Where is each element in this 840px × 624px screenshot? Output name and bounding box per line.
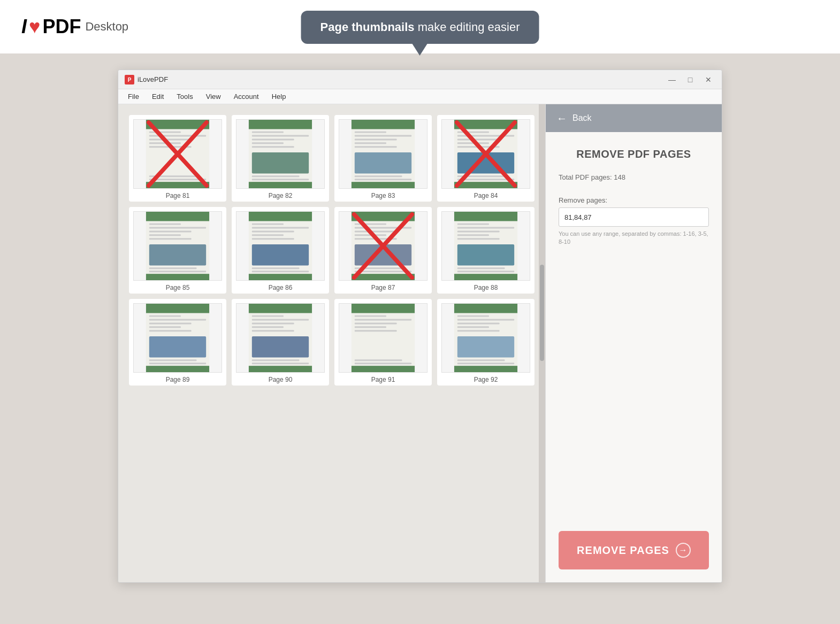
page-card[interactable]: Page 92: [437, 299, 534, 386]
svg-rect-65: [149, 244, 206, 265]
scrollbar-thumb[interactable]: [540, 265, 544, 361]
svg-rect-32: [352, 120, 415, 129]
svg-rect-48: [457, 138, 500, 140]
svg-rect-28: [252, 175, 300, 177]
menu-help[interactable]: Help: [266, 91, 292, 102]
svg-rect-85: [355, 227, 411, 229]
page-card[interactable]: Page 82: [232, 115, 329, 202]
menu-tools[interactable]: Tools: [171, 91, 198, 102]
svg-rect-124: [252, 322, 294, 324]
page-card[interactable]: Page 83: [334, 115, 432, 202]
svg-rect-96: [454, 212, 517, 221]
svg-rect-82: [352, 212, 415, 221]
svg-rect-122: [252, 315, 284, 317]
page-card[interactable]: Page 90: [232, 299, 329, 386]
page-card[interactable]: Page 81: [129, 115, 226, 202]
menu-account[interactable]: Account: [228, 91, 264, 102]
scrollbar[interactable]: [539, 104, 545, 582]
logo-desktop: Desktop: [85, 20, 128, 34]
tooltip-arrow: [413, 44, 427, 56]
svg-rect-123: [252, 319, 309, 321]
svg-rect-101: [457, 234, 489, 236]
page-card[interactable]: Page 84: [437, 115, 534, 202]
logo-i: I: [21, 16, 27, 38]
svg-rect-89: [355, 244, 411, 265]
svg-rect-11: [149, 138, 192, 140]
page-card[interactable]: Page 85: [129, 207, 226, 294]
remove-pages-input[interactable]: [559, 207, 709, 227]
pages-grid: Page 81Page 82Page 83 Page 84Page 85Page…: [129, 115, 540, 386]
window-body: Page 81Page 82Page 83 Page 84Page 85Page…: [118, 104, 722, 582]
svg-rect-113: [149, 326, 181, 328]
page-label: Page 87: [371, 284, 395, 291]
svg-rect-131: [249, 366, 312, 372]
svg-rect-119: [146, 366, 209, 372]
svg-rect-9: [149, 132, 181, 133]
page-card[interactable]: Page 91: [334, 299, 432, 386]
svg-rect-129: [252, 363, 309, 364]
logo-heart: ♥: [29, 16, 40, 38]
svg-rect-13: [149, 146, 192, 148]
maximize-button[interactable]: □: [683, 74, 697, 85]
page-card[interactable]: Page 87: [334, 207, 432, 294]
svg-rect-132: [352, 304, 415, 313]
svg-rect-69: [146, 274, 209, 280]
svg-rect-53: [457, 179, 514, 180]
svg-rect-108: [146, 304, 209, 313]
svg-rect-126: [252, 330, 294, 332]
page-card[interactable]: Page 86: [232, 207, 329, 294]
svg-rect-142: [352, 366, 415, 372]
svg-rect-150: [457, 336, 514, 357]
svg-rect-120: [249, 304, 312, 313]
svg-rect-14: [149, 175, 197, 177]
svg-rect-74: [252, 230, 294, 232]
svg-rect-38: [355, 146, 397, 148]
panel-title: REMOVE PDF PAGES: [559, 148, 709, 160]
remove-pages-button[interactable]: REMOVE PAGES →: [559, 531, 709, 569]
page-label: Page 84: [474, 192, 498, 199]
back-button[interactable]: ← Back: [546, 104, 722, 132]
svg-rect-111: [149, 319, 206, 321]
svg-rect-143: [454, 304, 517, 313]
svg-rect-147: [457, 322, 500, 324]
svg-rect-114: [149, 330, 192, 332]
menu-view[interactable]: View: [201, 91, 226, 102]
svg-rect-90: [355, 267, 402, 269]
svg-rect-116: [149, 359, 197, 361]
svg-rect-34: [355, 132, 386, 133]
tooltip-rest: make editing easier: [415, 20, 520, 34]
svg-rect-93: [352, 274, 415, 280]
menu-file[interactable]: File: [123, 91, 144, 102]
svg-rect-47: [457, 135, 514, 137]
svg-rect-52: [457, 175, 505, 177]
svg-rect-100: [457, 230, 500, 232]
button-arrow-circle: →: [676, 543, 691, 558]
svg-rect-60: [149, 224, 181, 225]
panel-body: REMOVE PDF PAGES Total PDF pages: 148 Re…: [546, 132, 722, 582]
svg-rect-20: [249, 120, 312, 129]
pages-area[interactable]: Page 81Page 82Page 83 Page 84Page 85Page…: [118, 104, 545, 582]
svg-rect-26: [252, 146, 294, 148]
title-bar: P iLovePDF — □ ✕: [118, 70, 722, 89]
svg-rect-152: [457, 363, 514, 364]
svg-rect-22: [252, 132, 284, 133]
svg-rect-43: [352, 182, 415, 188]
page-card[interactable]: Page 89: [129, 299, 226, 386]
svg-rect-138: [355, 330, 397, 332]
page-card[interactable]: Page 88: [437, 207, 534, 294]
menu-edit[interactable]: Edit: [147, 91, 169, 102]
svg-rect-99: [457, 227, 514, 229]
remove-pages-button-label: REMOVE PAGES: [577, 544, 669, 557]
svg-rect-35: [355, 135, 411, 137]
svg-rect-55: [454, 182, 517, 188]
svg-rect-41: [355, 179, 411, 180]
tooltip-bold: Page thumbnails: [320, 20, 415, 34]
svg-rect-107: [454, 274, 517, 280]
minimize-button[interactable]: —: [665, 74, 679, 85]
remove-pages-label: Remove pages:: [559, 196, 709, 204]
svg-rect-62: [149, 230, 192, 232]
svg-rect-117: [149, 363, 206, 364]
close-button[interactable]: ✕: [701, 74, 715, 85]
svg-rect-51: [457, 152, 514, 173]
svg-rect-137: [355, 326, 386, 328]
